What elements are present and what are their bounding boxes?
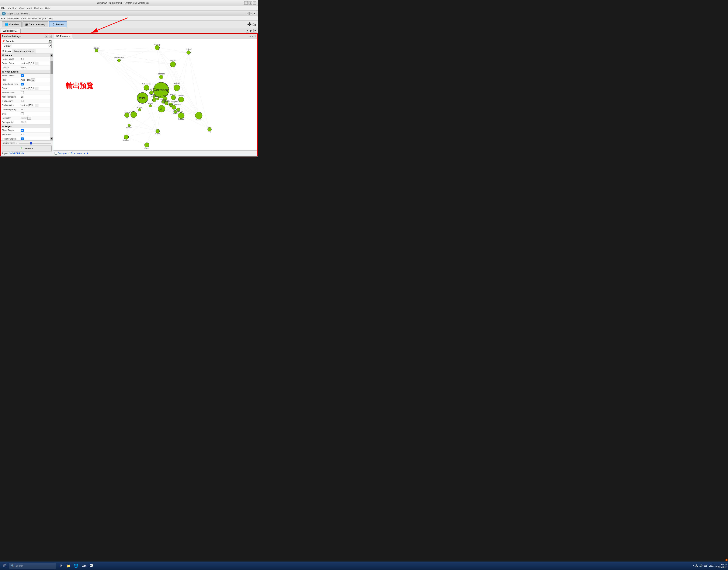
node-denmark[interactable] <box>159 75 163 79</box>
show-labels-checkbox[interactable] <box>21 74 24 77</box>
border-color-value[interactable]: custom [0,0,0] ... <box>21 62 51 65</box>
node-serbia[interactable] <box>172 105 176 109</box>
node-hungary[interactable] <box>171 95 176 100</box>
node-sweden[interactable] <box>170 61 176 67</box>
node-labels-section-header[interactable]: ▣ Node Labels <box>1 70 53 74</box>
zoom-minus-btn[interactable]: - <box>84 152 85 155</box>
box-color-btn[interactable]: ... <box>27 117 31 120</box>
node-poland[interactable] <box>174 85 180 91</box>
node-monaco[interactable] <box>149 104 152 107</box>
shorten-label-label: Shorten label <box>2 91 21 94</box>
shorten-label-checkbox[interactable] <box>21 91 24 94</box>
nodes-section-header[interactable]: ▣ Nodes <box>1 53 53 57</box>
workspace-tab-close[interactable]: × <box>17 29 19 32</box>
scroll-up-btn[interactable]: ▲ <box>50 54 53 57</box>
outline-color-value[interactable]: custom [255... ... <box>21 104 51 107</box>
gephi-menu-window[interactable]: Window <box>28 17 36 20</box>
show-edges-checkbox[interactable] <box>21 129 24 132</box>
node-faeroe[interactable] <box>117 59 121 62</box>
workspace-nav-left[interactable]: ◀ <box>246 29 249 32</box>
data-laboratory-button[interactable]: ▦ Data Laboratory <box>22 21 48 27</box>
preview-button[interactable]: 🖥 Preview <box>49 21 67 27</box>
tab-settings[interactable]: Settings <box>1 49 13 53</box>
vbox-menu-devices[interactable]: Devices <box>34 7 42 10</box>
tab-manage-renderers[interactable]: Manage renderers <box>13 49 35 53</box>
color-btn[interactable]: ... <box>35 87 39 90</box>
workspace-nav-right[interactable]: ▶ <box>249 29 253 32</box>
overview-button[interactable]: 🌐 Overview <box>2 21 22 27</box>
presets-save-btn[interactable]: 💾 <box>49 40 51 43</box>
preview-tab-gs[interactable]: GS Preview × <box>54 34 72 38</box>
rescale-weight-checkbox[interactable] <box>21 137 24 140</box>
gephi-menu-tools[interactable]: Tools <box>21 17 26 20</box>
preview-bottom-bar: Background Reset zoom - + <box>53 151 257 156</box>
gephi-menu-help[interactable]: Help <box>48 17 53 20</box>
ratio-slider[interactable] <box>19 143 51 144</box>
color-value[interactable]: custom [0,0,0] ... <box>21 87 51 90</box>
node-tunisia[interactable] <box>156 129 159 133</box>
node-gibraltar[interactable] <box>128 124 131 126</box>
node-iceland[interactable] <box>95 49 98 52</box>
scroll-down-btn[interactable]: ▼ <box>50 137 53 140</box>
node-andorra[interactable] <box>138 108 141 111</box>
export-formats[interactable]: SVG/PDF/PNG <box>9 152 24 155</box>
preset-dropdown[interactable]: Default <box>2 43 51 48</box>
show-edges-row: Show Edges <box>1 128 53 132</box>
ratio-slider-thumb[interactable] <box>30 142 32 145</box>
vbox-menu-input[interactable]: Input <box>26 7 32 10</box>
node-romania[interactable] <box>178 97 184 102</box>
workspace-nav-down[interactable]: ▼ <box>253 29 257 32</box>
svg-line-11 <box>157 48 177 88</box>
edges-section-header[interactable]: ▣ Edges <box>1 124 53 128</box>
gephi-menu-workspace[interactable]: Workspace <box>7 17 19 20</box>
close-button[interactable]: × <box>253 1 256 5</box>
gephi-menu-plugins[interactable]: Plugins <box>39 17 46 20</box>
gephi-minimize-btn[interactable]: − <box>246 12 249 15</box>
vbox-menu-file[interactable]: File <box>1 7 5 10</box>
panel-close-btn[interactable]: × <box>45 35 48 38</box>
label-gibraltar: Gibraltar <box>126 127 133 129</box>
node-turkey[interactable] <box>195 112 202 119</box>
panel-collapse-btn[interactable]: − <box>49 35 51 38</box>
opacity-value: 100.0 <box>21 66 51 69</box>
workspace-tab-1[interactable]: Workspace 1 × <box>1 29 21 33</box>
panel-controls: × − <box>45 35 51 38</box>
vbox-menu-help[interactable]: Help <box>45 7 50 10</box>
box-color-value[interactable]: parent ... <box>21 117 51 120</box>
node-norway[interactable] <box>155 45 160 50</box>
box-checkbox[interactable] <box>21 112 24 115</box>
node-algeria[interactable] <box>145 142 149 147</box>
maximize-button[interactable]: □ <box>248 1 252 5</box>
scrollbar[interactable]: ▲ ▼ <box>50 53 53 140</box>
node-switzerland[interactable] <box>152 98 156 102</box>
label-sweden: Sweden <box>170 59 176 61</box>
max-chars-value: 30 <box>21 96 51 98</box>
node-liechtenstein[interactable] <box>156 98 159 100</box>
gephi-close-btn[interactable]: × <box>253 12 256 15</box>
gephi-maximize-btn[interactable]: □ <box>249 12 252 15</box>
outline-color-btn[interactable]: ... <box>35 104 39 107</box>
scroll-thumb[interactable] <box>50 61 53 74</box>
node-finland[interactable] <box>187 50 190 54</box>
label-turkey: Turkey <box>196 118 202 120</box>
preview-tab-bar: GS Preview × ◀ ▶ ▼ <box>53 34 257 39</box>
zoom-plus-btn[interactable]: + <box>86 152 88 155</box>
background-checkbox[interactable] <box>54 152 57 155</box>
preview-tab-close[interactable]: × <box>69 35 70 37</box>
proportional-size-checkbox[interactable] <box>21 83 24 85</box>
border-color-btn[interactable]: ... <box>35 62 39 65</box>
minimize-button[interactable]: · <box>244 1 248 5</box>
node-labels-label: Node Labels <box>5 70 18 73</box>
node-iraq[interactable] <box>208 127 211 131</box>
vbox-menu-machine[interactable]: Machine <box>8 7 17 10</box>
gephi-menu-file[interactable]: File <box>1 17 5 20</box>
font-btn[interactable]: ... <box>31 78 35 81</box>
refresh-button[interactable]: ↻ Refresh <box>2 146 51 152</box>
reset-zoom-link[interactable]: Reset zoom <box>71 152 82 155</box>
node-greece[interactable] <box>178 112 184 119</box>
vbox-menu-view[interactable]: View <box>19 7 24 10</box>
virtualbox-title-bar: Windows 10 [Running] - Oracle VM Virtual… <box>0 0 258 6</box>
node-portugal[interactable] <box>125 113 129 117</box>
font-value[interactable]: Arial Plain ... <box>21 78 51 81</box>
node-morocco[interactable] <box>124 135 129 139</box>
